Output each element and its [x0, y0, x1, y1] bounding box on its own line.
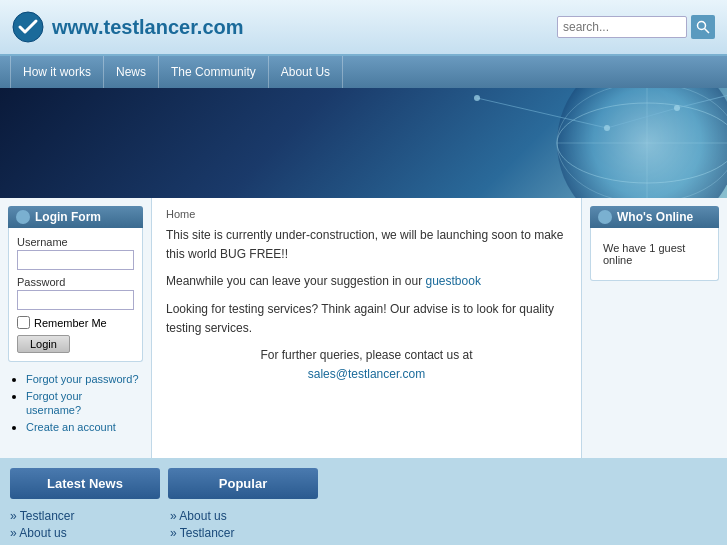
svg-line-2 [705, 29, 710, 34]
online-panel-title: Who's Online [617, 210, 693, 224]
forgot-username-link[interactable]: Forgot your username? [26, 390, 82, 416]
footer-links-col1: Testlancer About us [10, 509, 160, 543]
content-paragraph-2: Meanwhile you can leave your suggestion … [166, 272, 567, 291]
remember-me-checkbox[interactable] [17, 316, 30, 329]
online-count: We have 1 guest online [599, 236, 710, 272]
latest-news-button[interactable]: Latest News [10, 468, 160, 499]
popular-button[interactable]: Popular [168, 468, 318, 499]
search-input[interactable] [557, 16, 687, 38]
create-account-link[interactable]: Create an account [26, 421, 116, 433]
remember-me-label: Remember Me [34, 317, 107, 329]
login-panel-title: Login Form [35, 210, 101, 224]
password-input[interactable] [17, 290, 134, 310]
nav-community[interactable]: The Community [159, 56, 269, 88]
nav-about-us[interactable]: About Us [269, 56, 343, 88]
online-panel-body: We have 1 guest online [590, 228, 719, 281]
site-title: www.testlancer.com [52, 16, 244, 39]
sidebar-right: Who's Online We have 1 guest online [582, 198, 727, 458]
header: www.testlancer.com [0, 0, 727, 56]
online-panel-icon [598, 210, 612, 224]
login-panel-icon [16, 210, 30, 224]
main-content-body: Home This site is currently under-constr… [152, 198, 582, 458]
login-panel-body: Username Password Remember Me Login [8, 228, 143, 362]
footer-link-testlancer-2[interactable]: Testlancer [170, 526, 320, 540]
navbar: How it works News The Community About Us [0, 56, 727, 88]
login-panel-header: Login Form [8, 206, 143, 228]
footer-links: Testlancer About us About us Testlancer [10, 509, 717, 543]
main-content: Login Form Username Password Remember Me… [0, 198, 727, 458]
svg-point-12 [674, 105, 680, 111]
nav-how-it-works[interactable]: How it works [10, 56, 104, 88]
breadcrumb: Home [166, 208, 567, 220]
remember-me-row: Remember Me [17, 316, 134, 329]
online-panel-header: Who's Online [590, 206, 719, 228]
search-area [557, 15, 715, 39]
footer-link-about-us-2[interactable]: About us [170, 509, 320, 523]
footer-buttons: Latest News Popular [10, 468, 717, 499]
footer-links-col2: About us Testlancer [170, 509, 320, 543]
nav-news[interactable]: News [104, 56, 159, 88]
sidebar-left: Login Form Username Password Remember Me… [0, 198, 152, 458]
hero-globe [427, 88, 727, 198]
svg-point-14 [474, 95, 480, 101]
username-label: Username [17, 236, 134, 248]
search-button[interactable] [691, 15, 715, 39]
content-paragraph-3: Looking for testing services? Think agai… [166, 300, 567, 338]
forgot-password-link[interactable]: Forgot your password? [26, 373, 139, 385]
username-input[interactable] [17, 250, 134, 270]
password-label: Password [17, 276, 134, 288]
svg-point-11 [604, 125, 610, 131]
footer-link-testlancer[interactable]: Testlancer [10, 509, 160, 523]
logo-area: www.testlancer.com [12, 11, 244, 43]
footer: Latest News Popular Testlancer About us … [0, 458, 727, 545]
contact-section: For further queries, please contact us a… [166, 346, 567, 384]
svg-point-1 [698, 22, 706, 30]
search-icon [696, 20, 710, 34]
guestbook-link[interactable]: guestbook [426, 274, 481, 288]
paragraph2-prefix: Meanwhile you can leave your suggestion … [166, 274, 426, 288]
content-paragraph-1: This site is currently under-constructio… [166, 226, 567, 264]
sidebar-links: Forgot your password? Forgot your userna… [8, 372, 143, 434]
logo-icon [12, 11, 44, 43]
hero-banner [0, 88, 727, 198]
login-button[interactable]: Login [17, 335, 70, 353]
footer-link-about-us-1[interactable]: About us [10, 526, 160, 540]
contact-email-link[interactable]: sales@testlancer.com [308, 367, 426, 381]
content-text: This site is currently under-constructio… [166, 226, 567, 384]
contact-prefix: For further queries, please contact us a… [260, 348, 472, 362]
